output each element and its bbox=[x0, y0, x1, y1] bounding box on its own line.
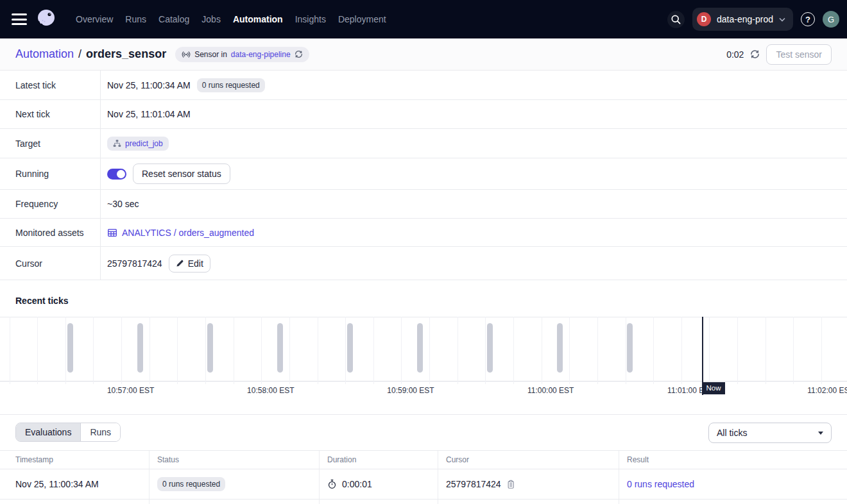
tab-runs[interactable]: Runs bbox=[80, 423, 120, 441]
workspace-switcher[interactable]: D data-eng-prod bbox=[692, 8, 793, 31]
hamburger-menu-icon[interactable] bbox=[12, 13, 27, 25]
search-button[interactable] bbox=[667, 11, 685, 28]
page-header: Automation / orders_sensor Sensor in dat… bbox=[0, 38, 847, 71]
timeline-gridline bbox=[626, 317, 626, 384]
nav-automation[interactable]: Automation bbox=[233, 14, 283, 24]
tick-bar[interactable] bbox=[627, 323, 633, 373]
help-button[interactable]: ? bbox=[801, 12, 815, 26]
timeline-gridline bbox=[345, 317, 346, 384]
nav-jobs[interactable]: Jobs bbox=[201, 14, 221, 24]
cell-status-badge: 0 runs requested bbox=[157, 477, 225, 491]
timeline-gridline bbox=[318, 317, 318, 384]
row-target: Target predict_job bbox=[0, 129, 847, 158]
monitored-asset-link[interactable]: ANALYTICS / orders_augmented bbox=[107, 228, 254, 238]
timeline-gridline bbox=[653, 317, 654, 384]
latest-tick-time: Nov 25, 11:00:34 AM bbox=[107, 80, 191, 90]
cell-cursor: 25797817424 bbox=[446, 479, 501, 489]
repo-link[interactable]: data-eng-pipeline bbox=[231, 50, 291, 59]
pencil-icon bbox=[176, 259, 184, 267]
ticks-toolbar: Evaluations Runs All ticks bbox=[0, 414, 847, 450]
cell-timestamp: Nov 25, 11:00:34 AM bbox=[15, 479, 99, 489]
refresh-icon[interactable] bbox=[750, 49, 760, 59]
nav-catalog[interactable]: Catalog bbox=[158, 14, 189, 24]
col-cursor: Cursor bbox=[438, 451, 619, 469]
next-tick-time: Nov 25, 11:01:04 AM bbox=[107, 109, 191, 119]
tick-bar[interactable] bbox=[487, 323, 493, 373]
timeline-gridline bbox=[709, 317, 710, 384]
timeline-gridline bbox=[289, 317, 290, 384]
now-marker-label: Now bbox=[703, 382, 725, 394]
help-icon: ? bbox=[805, 15, 810, 24]
col-status: Status bbox=[149, 451, 319, 469]
axis-time-label: 11:02:00 EST bbox=[807, 386, 847, 395]
tick-bar[interactable] bbox=[347, 323, 353, 373]
tick-bar[interactable] bbox=[277, 323, 283, 373]
frequency-value: ~30 sec bbox=[107, 199, 139, 209]
target-job-name: predict_job bbox=[125, 139, 163, 148]
breadcrumb-separator: / bbox=[78, 47, 81, 61]
tick-bar[interactable] bbox=[137, 323, 143, 373]
row-frequency: Frequency ~30 sec bbox=[0, 190, 847, 219]
row-label: Next tick bbox=[0, 109, 100, 119]
timeline-gridline bbox=[65, 317, 66, 384]
reset-sensor-status-button[interactable]: Reset sensor status bbox=[133, 164, 230, 184]
user-avatar[interactable]: G bbox=[823, 11, 839, 28]
timeline-gridline bbox=[373, 317, 374, 384]
test-sensor-button[interactable]: Test sensor bbox=[766, 44, 832, 65]
evaluations-table: Timestamp Status Duration Cursor Result … bbox=[0, 450, 847, 504]
edit-cursor-button[interactable]: Edit bbox=[169, 255, 210, 273]
row-label: Frequency bbox=[0, 199, 100, 209]
ticks-timeline-chart: 10:57:00 EST10:58:00 EST10:59:00 EST11:0… bbox=[0, 317, 847, 414]
workspace-name: data-eng-prod bbox=[717, 14, 773, 24]
nav-deployment[interactable]: Deployment bbox=[338, 14, 386, 24]
workspace-badge: D bbox=[697, 12, 711, 26]
axis-time-label: 10:59:00 EST bbox=[387, 386, 434, 395]
page-title: orders_sensor bbox=[86, 47, 166, 61]
job-icon bbox=[113, 139, 121, 147]
row-label: Target bbox=[0, 139, 100, 149]
col-timestamp: Timestamp bbox=[0, 451, 149, 469]
timeline-gridline bbox=[37, 317, 38, 384]
row-label: Latest tick bbox=[0, 80, 100, 90]
tab-evaluations[interactable]: Evaluations bbox=[16, 423, 80, 441]
main-nav: Overview Runs Catalog Jobs Automation In… bbox=[76, 14, 386, 24]
tick-bar[interactable] bbox=[557, 323, 563, 373]
asset-table-icon bbox=[107, 228, 117, 238]
row-label: Cursor bbox=[0, 258, 100, 269]
copy-clipboard-icon[interactable] bbox=[506, 480, 515, 489]
timeline-gridline bbox=[737, 317, 738, 384]
running-toggle[interactable] bbox=[107, 169, 126, 180]
timeline-gridline bbox=[177, 317, 178, 384]
tick-filter-select[interactable]: All ticks bbox=[708, 423, 832, 443]
dagster-logo-icon[interactable] bbox=[35, 7, 59, 31]
row-label: Monitored assets bbox=[0, 228, 100, 238]
table-row-partial bbox=[0, 500, 847, 504]
timeline-gridline bbox=[513, 317, 514, 384]
row-running: Running Reset sensor status bbox=[0, 158, 847, 190]
cell-result-link[interactable]: 0 runs requested bbox=[627, 479, 694, 489]
nav-runs[interactable]: Runs bbox=[125, 14, 146, 24]
timeline-gridline bbox=[261, 317, 262, 384]
timeline-gridline bbox=[205, 317, 206, 384]
top-navigation-bar: Overview Runs Catalog Jobs Automation In… bbox=[0, 0, 847, 38]
monitored-asset-path: ANALYTICS / orders_augmented bbox=[122, 228, 254, 238]
tick-bar[interactable] bbox=[417, 323, 423, 373]
timeline-gridline bbox=[569, 317, 570, 384]
nav-overview[interactable]: Overview bbox=[76, 14, 113, 24]
tick-bar[interactable] bbox=[67, 323, 73, 373]
timeline-gridline bbox=[150, 317, 150, 384]
breadcrumb-automation-link[interactable]: Automation bbox=[15, 47, 74, 61]
timeline-plot-area bbox=[0, 317, 847, 382]
row-monitored-assets: Monitored assets ANALYTICS / orders_augm… bbox=[0, 219, 847, 247]
target-job-pill[interactable]: predict_job bbox=[107, 137, 169, 151]
recent-ticks-heading: Recent ticks bbox=[0, 280, 847, 317]
sensor-badge-text: Sensor in bbox=[194, 50, 227, 59]
col-result: Result bbox=[619, 451, 847, 469]
axis-time-label: 11:00:00 EST bbox=[527, 386, 574, 395]
reload-repo-icon[interactable] bbox=[295, 50, 303, 58]
row-latest-tick: Latest tick Nov 25, 11:00:34 AM 0 runs r… bbox=[0, 71, 847, 100]
cursor-value: 25797817424 bbox=[107, 258, 162, 269]
timeline-gridline bbox=[234, 317, 234, 384]
nav-insights[interactable]: Insights bbox=[295, 14, 326, 24]
tick-bar[interactable] bbox=[207, 323, 213, 373]
